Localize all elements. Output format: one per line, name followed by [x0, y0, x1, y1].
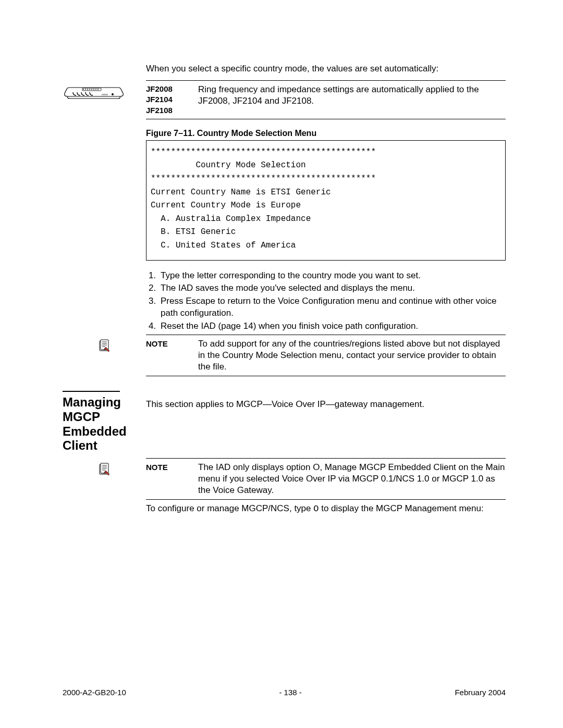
- step-item: The IAD saves the mode you've selected a…: [158, 282, 506, 294]
- footer-date: February 2004: [455, 688, 506, 697]
- page-footer: 2000-A2-GB20-10 - 138 - February 2004: [63, 688, 506, 697]
- divider: [146, 499, 506, 500]
- divider: [146, 119, 506, 119]
- footer-page-number: - 138 -: [279, 688, 301, 697]
- step-item: Press Escape to return to the Voice Conf…: [158, 295, 506, 319]
- intro-text: When you select a specific country mode,…: [146, 64, 506, 74]
- section-heading: Managing MGCP Embedded Client: [63, 395, 146, 452]
- note-label: NOTE: [146, 462, 188, 472]
- device-description: Ring frequency and impedance settings ar…: [188, 84, 506, 107]
- svg-rect-12: [101, 340, 108, 350]
- device-note-row: JF2008 JF2104 JF2108 Ring frequency and …: [63, 81, 506, 119]
- note-icon: [98, 339, 111, 353]
- body-text-pre: To configure or manage MGCP/NCS, type: [146, 503, 313, 513]
- keypress-key: O: [313, 504, 319, 514]
- figure-caption: Figure 7–11. Country Mode Selection Menu: [146, 129, 506, 138]
- note-label: NOTE: [146, 338, 188, 348]
- footer-doc-id: 2000-A2-GB20-10: [63, 688, 126, 697]
- svg-point-9: [112, 93, 114, 95]
- device-model: JF2104: [146, 94, 188, 105]
- body-paragraph: To configure or manage MGCP/NCS, type O …: [146, 503, 506, 515]
- heading-rule: [63, 391, 120, 392]
- device-model: JF2008: [146, 84, 188, 94]
- router-device-icon: [63, 85, 125, 101]
- note-text: To add support for any of the countries/…: [188, 338, 506, 373]
- note-icon: [98, 463, 111, 476]
- svg-rect-10: [102, 94, 108, 95]
- section-row: Managing MGCP Embedded Client This secti…: [63, 391, 506, 452]
- terminal-menu-box: ****************************************…: [146, 140, 506, 261]
- note-text: The IAD only displays option O, Manage M…: [188, 462, 506, 496]
- page: When you select a specific country mode,…: [0, 0, 563, 728]
- body-text-post: to display the MGCP Management menu:: [319, 503, 483, 513]
- device-model: JF2108: [146, 105, 188, 116]
- svg-rect-18: [101, 463, 108, 473]
- device-model-list: JF2008 JF2104 JF2108: [146, 84, 188, 116]
- device-icon-cell: [63, 84, 146, 103]
- step-item: Reset the IAD (page 14) when you finish …: [158, 320, 506, 332]
- step-item: Type the letter corresponding to the cou…: [158, 270, 506, 282]
- note-block: NOTE The IAD only displays option O, Man…: [63, 459, 506, 499]
- step-list: Type the letter corresponding to the cou…: [146, 270, 506, 333]
- section-intro: This section applies to MGCP—Voice Over …: [146, 391, 506, 410]
- divider: [146, 376, 506, 376]
- note-block: NOTE To add support for any of the count…: [63, 335, 506, 376]
